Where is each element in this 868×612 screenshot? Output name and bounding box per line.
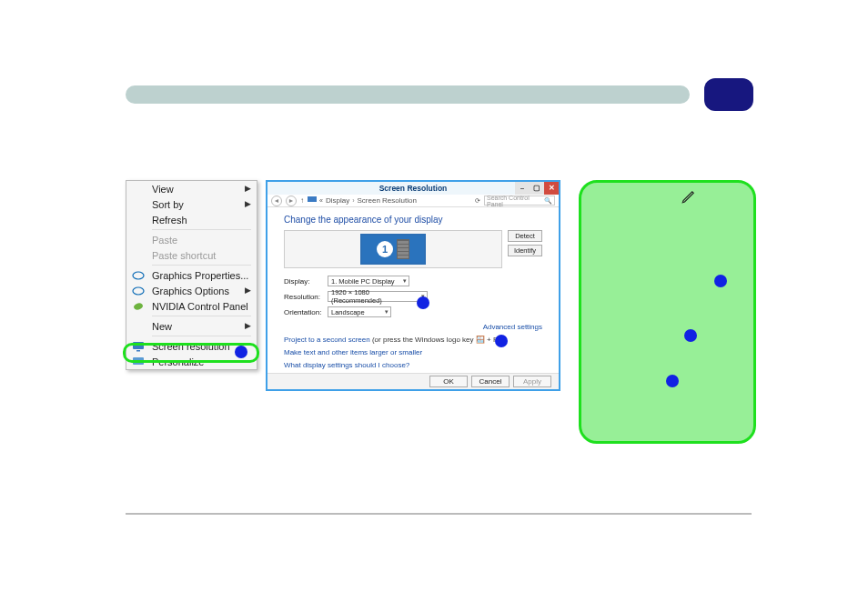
screen-resolution-window: Screen Resolution – ▢ ✕ ◄ ► ↑ « Display …: [266, 180, 560, 391]
project-hint: (or press the Windows logo key 🪟 + P): [372, 336, 500, 344]
ctx-item-new[interactable]: New ▶: [126, 318, 257, 334]
resolution-combo[interactable]: 1920 × 1080 (Recommended) ▾: [328, 291, 428, 302]
svg-point-0: [133, 272, 144, 279]
svg-rect-4: [133, 357, 144, 365]
detect-button[interactable]: Detect: [508, 230, 542, 242]
bullet-dot: [495, 335, 508, 347]
ctx-label: Personalize: [152, 356, 204, 367]
display-combo[interactable]: 1. Mobile PC Display ▾: [328, 276, 409, 286]
nav-back-button[interactable]: ◄: [271, 196, 282, 206]
submenu-arrow-icon: ▶: [245, 184, 251, 193]
ctx-item-refresh[interactable]: Refresh: [126, 212, 257, 227]
ctx-separator: [152, 229, 251, 230]
ctx-label: New: [152, 321, 172, 332]
monitor-icon: [308, 196, 317, 206]
window-buttons: – ▢ ✕: [515, 182, 559, 195]
advanced-settings-text: Advanced settings: [483, 323, 542, 331]
intel-icon: [132, 285, 145, 297]
monitor-1[interactable]: 1: [360, 234, 426, 265]
ctx-separator: [152, 265, 251, 266]
window-title: Screen Resolution: [379, 184, 448, 193]
search-icon: 🔍: [544, 197, 552, 205]
ctx-separator: [152, 316, 251, 316]
apply-button[interactable]: Apply: [513, 376, 551, 387]
ctx-label: View: [152, 184, 174, 195]
chevron-down-icon: ▾: [403, 277, 407, 285]
window-footer: OK Cancel Apply: [267, 373, 559, 389]
display-label: Display:: [284, 277, 328, 286]
maximize-button[interactable]: ▢: [530, 182, 544, 195]
ctx-item-paste: Paste: [126, 232, 257, 247]
search-placeholder: Search Control Panel: [487, 195, 544, 207]
text-size-link[interactable]: Make text and other items larger or smal…: [284, 348, 422, 356]
desktop-context-menu: View ▶ Sort by ▶ Refresh Paste Paste sho…: [126, 180, 257, 370]
resolution-value: 1920 × 1080 (Recommended): [331, 288, 416, 305]
submenu-arrow-icon: ▶: [245, 286, 251, 295]
orientation-combo[interactable]: Landscape ▾: [328, 306, 391, 317]
intel-icon: [132, 269, 145, 282]
section-title: Change the appearance of your display: [284, 215, 542, 225]
ctx-item-nvidia[interactable]: NVIDIA Control Panel: [126, 298, 257, 314]
bullet-dot: [666, 375, 679, 387]
identify-button[interactable]: Identify: [508, 245, 542, 256]
minimize-button[interactable]: –: [515, 182, 530, 195]
nav-forward-button[interactable]: ►: [286, 196, 297, 206]
personalize-icon: [132, 356, 145, 368]
bullet-dot: [714, 275, 727, 287]
header-pill: [704, 78, 753, 111]
note-panel: [579, 180, 756, 444]
ok-button[interactable]: OK: [429, 376, 468, 387]
resolution-label: Resolution:: [284, 293, 328, 301]
breadcrumb-item[interactable]: Display: [326, 196, 349, 205]
display-preview[interactable]: 1: [284, 230, 502, 268]
ctx-item-graphics-options[interactable]: Graphics Options ▶: [126, 283, 257, 298]
breadcrumb-item: «: [319, 197, 323, 204]
ctx-label: NVIDIA Control Panel: [152, 301, 248, 312]
project-second-screen-link[interactable]: Project to a second screen: [284, 336, 370, 344]
ctx-label: Graphics Options: [152, 286, 229, 296]
monitor-side-graphic: [397, 239, 409, 259]
footer-rule: [126, 513, 752, 515]
ctx-item-sortby[interactable]: Sort by ▶: [126, 196, 257, 212]
display-value: 1. Mobile PC Display: [331, 277, 395, 286]
cancel-button[interactable]: Cancel: [471, 376, 510, 387]
monitor-number: 1: [377, 241, 393, 257]
ctx-label: Refresh: [152, 215, 187, 226]
ctx-label: Screen resolution: [152, 341, 230, 352]
orientation-label: Orientation:: [284, 308, 328, 316]
which-settings-link[interactable]: What display settings should I choose?: [284, 361, 409, 369]
ctx-item-view[interactable]: View ▶: [126, 181, 257, 196]
window-nav-bar: ◄ ► ↑ « Display › Screen Resolution ⟳ Se…: [267, 195, 559, 207]
refresh-icon[interactable]: ⟳: [475, 197, 480, 205]
ctx-label: Paste shortcut: [152, 250, 216, 261]
search-input[interactable]: Search Control Panel 🔍: [484, 196, 555, 206]
window-titlebar: Screen Resolution – ▢ ✕: [267, 182, 559, 195]
close-button[interactable]: ✕: [544, 182, 559, 195]
ctx-label: Paste: [152, 235, 177, 246]
breadcrumb[interactable]: « Display › Screen Resolution: [308, 196, 471, 206]
nvidia-icon: [132, 300, 145, 313]
orientation-value: Landscape: [331, 308, 365, 316]
bullet-dot: [417, 296, 429, 309]
ctx-label: Graphics Properties...: [152, 270, 248, 281]
header-bar: [126, 85, 690, 104]
chevron-down-icon: ▾: [385, 308, 389, 316]
ctx-item-graphics-properties[interactable]: Graphics Properties...: [126, 267, 257, 283]
ctx-separator: [152, 336, 251, 336]
svg-point-1: [133, 287, 144, 295]
submenu-arrow-icon: ▶: [245, 321, 251, 330]
bullet-dot: [684, 329, 697, 342]
advanced-settings-link[interactable]: Advanced settings: [284, 323, 542, 331]
svg-rect-3: [136, 350, 140, 352]
pencil-icon: [681, 188, 697, 206]
svg-rect-5: [308, 196, 317, 202]
bullet-dot: [235, 346, 247, 358]
breadcrumb-item[interactable]: Screen Resolution: [357, 196, 416, 205]
svg-rect-2: [133, 342, 144, 349]
monitor-icon: [132, 340, 145, 353]
ctx-label: Sort by: [152, 199, 184, 210]
nav-up-icon[interactable]: ↑: [300, 196, 304, 205]
ctx-item-paste-shortcut: Paste shortcut: [126, 247, 257, 263]
submenu-arrow-icon: ▶: [245, 199, 251, 208]
window-body: Change the appearance of your display 1 …: [267, 207, 559, 376]
